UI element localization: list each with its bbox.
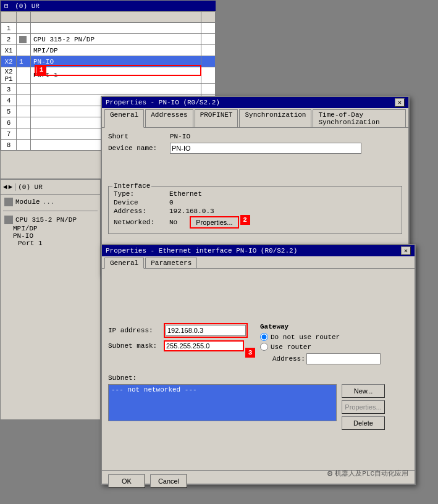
tab-general[interactable]: General bbox=[104, 109, 144, 128]
networked-label: Networked: bbox=[114, 219, 169, 226]
ok-button[interactable]: OK bbox=[108, 474, 145, 488]
table-row-selected[interactable]: X2 1 PN-IO bbox=[1, 56, 216, 67]
subnet-mask-row: Subnet mask: 3 bbox=[108, 340, 248, 351]
col-name bbox=[31, 12, 201, 23]
gateway-addr-input[interactable] bbox=[306, 353, 381, 364]
table-row[interactable]: X1 MPI/DP bbox=[1, 45, 216, 56]
properties-button[interactable]: Properties... bbox=[190, 216, 238, 229]
cpu-icon bbox=[4, 216, 13, 224]
watermark-text: 机器人及PLC自动化应用 bbox=[335, 469, 408, 478]
device-label: Device bbox=[114, 199, 169, 206]
cancel-button[interactable]: Cancel bbox=[150, 474, 187, 488]
col-slot bbox=[1, 12, 17, 23]
left-panel-item-cpu[interactable]: CPU 315-2 PN/DP bbox=[3, 215, 98, 225]
watermark: ⚙ 机器人及PLC自动化应用 bbox=[327, 468, 408, 479]
left-panel-title: (0) UR bbox=[18, 183, 43, 191]
subnet-mask-input[interactable] bbox=[164, 340, 244, 351]
dialog-pn-io-title: Properties - PN-IO (R0/S2.2) bbox=[106, 99, 220, 106]
use-router-row[interactable]: Use router bbox=[260, 343, 381, 351]
gateway-section: Gateway Do not use router Use router Add… bbox=[260, 323, 381, 364]
arrow-left-icon[interactable]: ◄ bbox=[3, 183, 7, 191]
dialog-ethernet: Properties - Ethernet interface PN-IO (R… bbox=[101, 244, 416, 485]
ip-address-label: IP address: bbox=[108, 327, 164, 334]
table-header bbox=[1, 12, 216, 23]
tab-eth-general[interactable]: General bbox=[104, 258, 144, 269]
left-panel-item[interactable]: Module ... bbox=[3, 197, 98, 207]
no-router-row[interactable]: Do not use router bbox=[260, 333, 381, 341]
tab-addresses[interactable]: Addresses bbox=[145, 109, 193, 127]
table-row[interactable]: 3 bbox=[1, 84, 216, 95]
table-row[interactable]: 1 bbox=[1, 23, 216, 34]
tab-bar-ethernet: General Parameters bbox=[102, 256, 415, 269]
gateway-addr-label: Address: bbox=[272, 355, 306, 363]
subnet-properties-button[interactable]: Properties... bbox=[342, 400, 385, 414]
interface-group-title: Interface bbox=[112, 182, 151, 190]
use-router-label: Use router bbox=[271, 343, 311, 351]
ethernet-content: IP address: Subnet mask: 3 bbox=[102, 269, 415, 470]
ip-section: IP address: Subnet mask: 3 bbox=[108, 323, 408, 430]
subnet-buttons: New... Properties... Delete bbox=[342, 384, 385, 430]
gateway-title: Gateway bbox=[260, 323, 381, 330]
networked-row: Networked: No Properties... 2 bbox=[114, 216, 397, 229]
subnet-new-button[interactable]: New... bbox=[342, 384, 385, 398]
left-panel-item-pnio[interactable]: PN-IO bbox=[3, 232, 98, 240]
subnet-list[interactable]: --- not networked --- bbox=[108, 384, 337, 421]
device-name-field-row: Device name: bbox=[108, 143, 402, 154]
type-value: Ethernet bbox=[169, 190, 202, 198]
table-row[interactable]: X2 P1 Port 1 bbox=[1, 67, 216, 84]
left-panel-item-mpi[interactable]: MPI/DP bbox=[3, 225, 98, 232]
arrow-right-icon[interactable]: ► bbox=[9, 183, 13, 191]
col-extra bbox=[201, 12, 216, 23]
cpu-icon bbox=[19, 36, 27, 43]
left-panel-content: Module ... CPU 315-2 PN/DP MPI/DP PN-IO … bbox=[1, 195, 100, 250]
device-row: Device 0 bbox=[114, 199, 397, 206]
subnet-section: Subnet: --- not networked --- New... Pro… bbox=[108, 374, 408, 430]
tab-time-of-day[interactable]: Time-of-Day Synchronization bbox=[313, 109, 406, 127]
dialog-ethernet-titlebar: Properties - Ethernet interface PN-IO (R… bbox=[102, 245, 415, 256]
close-button[interactable]: ✕ bbox=[395, 98, 405, 107]
subnet-label: Subnet: bbox=[108, 374, 408, 382]
address-row: Address: 192.168.0.3 bbox=[114, 208, 397, 215]
annotation-number-2: 2 bbox=[240, 215, 250, 225]
module-icon bbox=[4, 198, 13, 206]
type-label: Type: bbox=[114, 190, 169, 198]
address-value: 192.168.0.3 bbox=[169, 208, 214, 215]
tab-profinet[interactable]: PROFINET bbox=[195, 109, 238, 127]
short-value: PN-IO bbox=[170, 133, 190, 140]
interface-group: Interface Type: Ethernet Device 0 Addres… bbox=[108, 186, 402, 234]
col-icon bbox=[17, 12, 31, 23]
tab-synchronization[interactable]: Synchronization bbox=[239, 109, 311, 127]
device-value: 0 bbox=[169, 199, 174, 206]
left-panel-item-port1[interactable]: Port 1 bbox=[3, 240, 98, 247]
watermark-icon: ⚙ bbox=[327, 468, 332, 479]
left-panel: ◄ ► (0) UR Module ... CPU 315-2 PN/DP MP… bbox=[0, 179, 101, 420]
device-name-input[interactable] bbox=[170, 143, 361, 154]
annotation-number-3: 3 bbox=[245, 348, 255, 358]
address-label: Address: bbox=[114, 208, 169, 215]
ip-address-input[interactable] bbox=[166, 325, 246, 336]
ip-address-row: IP address: bbox=[108, 323, 248, 338]
gateway-address-row: Address: bbox=[272, 353, 381, 364]
hw-config-title: ⊟ (0) UR bbox=[4, 2, 40, 10]
subnet-mask-label: Subnet mask: bbox=[108, 342, 164, 350]
device-name-label: Device name: bbox=[108, 145, 170, 152]
ip-fields: IP address: Subnet mask: 3 bbox=[108, 323, 248, 354]
short-field-row: Short PN-IO bbox=[108, 133, 402, 140]
subnet-delete-button[interactable]: Delete bbox=[342, 416, 385, 430]
separator bbox=[3, 211, 98, 211]
dialog-pn-io-titlebar: Properties - PN-IO (R0/S2.2) ✕ bbox=[102, 97, 408, 108]
dialog-ethernet-title: Properties - Ethernet interface PN-IO (R… bbox=[106, 247, 297, 254]
no-router-radio[interactable] bbox=[260, 333, 268, 341]
networked-value: No bbox=[169, 219, 177, 226]
use-router-radio[interactable] bbox=[260, 343, 268, 351]
close-button-ethernet[interactable]: ✕ bbox=[401, 246, 411, 255]
short-label: Short bbox=[108, 133, 170, 140]
table-row[interactable]: 2 CPU 315-2 PN/DP bbox=[1, 34, 216, 45]
annotation-number-1: 1 bbox=[36, 65, 46, 75]
tab-bar-pn-io: General Addresses PROFINET Synchronizati… bbox=[102, 108, 408, 128]
dialog-pn-io-content: Short PN-IO Device name: Interface Type:… bbox=[102, 128, 408, 239]
left-panel-toolbar: ◄ ► (0) UR bbox=[1, 180, 100, 195]
tab-eth-parameters[interactable]: Parameters bbox=[145, 258, 197, 268]
nav-arrows: ◄ ► bbox=[3, 183, 15, 191]
type-row: Type: Ethernet bbox=[114, 190, 397, 198]
